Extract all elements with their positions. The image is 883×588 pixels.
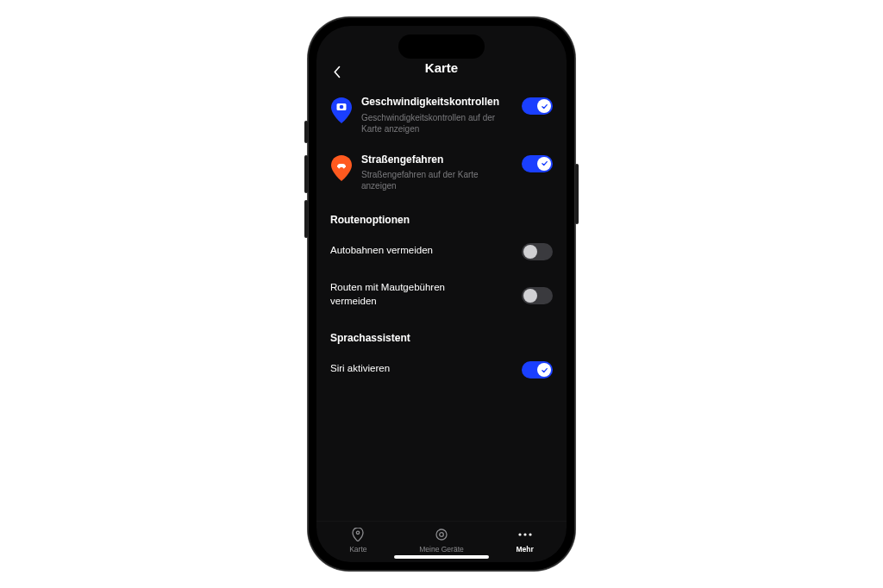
section-heading-routes: Routenoptionen: [330, 203, 553, 235]
settings-content: Geschwindigkeitskontrollen Geschwindigke…: [316, 84, 567, 521]
svg-point-6: [523, 533, 526, 535]
svg-point-2: [357, 531, 360, 534]
tab-label: Mehr: [516, 545, 533, 554]
avoid-highways-toggle[interactable]: [522, 243, 553, 260]
setting-title: Geschwindigkeitskontrollen: [361, 96, 513, 109]
tab-devices[interactable]: Meine Geräte: [407, 527, 476, 554]
setting-road-hazards: Straßengefahren Straßengefahren auf der …: [330, 147, 553, 204]
dynamic-island: [398, 34, 485, 59]
chevron-left-icon: [333, 66, 341, 78]
tab-bar: Karte Meine Geräte Mehr: [316, 521, 567, 562]
side-button: [304, 121, 308, 143]
toggle-knob: [537, 363, 551, 377]
svg-point-3: [436, 529, 447, 540]
phone-frame: Karte Geschwindigkeitskontrollen Geschwi…: [308, 17, 575, 571]
toggle-knob: [523, 289, 537, 303]
volume-down-button: [304, 200, 308, 238]
target-icon: [434, 527, 449, 542]
setting-speed-cameras: Geschwindigkeitskontrollen Geschwindigke…: [330, 89, 553, 147]
speed-cameras-toggle[interactable]: [522, 97, 553, 115]
siri-toggle[interactable]: [522, 361, 553, 378]
volume-up-button: [304, 155, 308, 193]
svg-point-1: [340, 105, 344, 109]
speed-camera-pin-icon: [330, 97, 353, 125]
page-title: Karte: [425, 60, 458, 75]
more-icon: [517, 527, 533, 542]
avoid-tolls-toggle[interactable]: [522, 287, 553, 304]
svg-point-4: [440, 533, 444, 537]
home-indicator[interactable]: [394, 555, 489, 559]
setting-label: Siri aktivieren: [330, 362, 390, 376]
setting-subtitle: Straßengefahren auf der Karte anzeigen: [361, 169, 513, 191]
tab-label: Meine Geräte: [419, 545, 464, 554]
tab-label: Karte: [349, 545, 366, 554]
setting-avoid-tolls: Routen mit Mautgebühren vermeiden: [330, 274, 553, 322]
check-icon: [541, 160, 548, 167]
setting-siri: Siri aktivieren: [330, 353, 553, 392]
check-icon: [541, 366, 548, 374]
setting-label: Autobahnen vermeiden: [330, 244, 433, 258]
svg-point-7: [529, 533, 531, 535]
toggle-knob: [537, 157, 551, 171]
check-icon: [541, 103, 548, 110]
setting-title: Straßengefahren: [361, 153, 513, 167]
map-pin-icon: [350, 527, 366, 542]
tab-more[interactable]: Mehr: [491, 527, 560, 554]
back-button[interactable]: [329, 64, 344, 79]
svg-point-5: [518, 533, 521, 535]
toggle-knob: [537, 99, 551, 113]
section-heading-voice: Sprachassistent: [330, 322, 553, 353]
power-button: [575, 164, 579, 224]
toggle-knob: [523, 245, 537, 259]
road-hazard-pin-icon: [330, 155, 353, 183]
setting-subtitle: Geschwindigkeitskontrollen auf der Karte…: [361, 112, 513, 134]
road-hazards-toggle[interactable]: [522, 155, 553, 172]
setting-avoid-highways: Autobahnen vermeiden: [330, 235, 553, 274]
screen: Karte Geschwindigkeitskontrollen Geschwi…: [316, 26, 567, 562]
tab-map[interactable]: Karte: [323, 527, 392, 554]
setting-label: Routen mit Mautgebühren vermeiden: [330, 281, 477, 308]
